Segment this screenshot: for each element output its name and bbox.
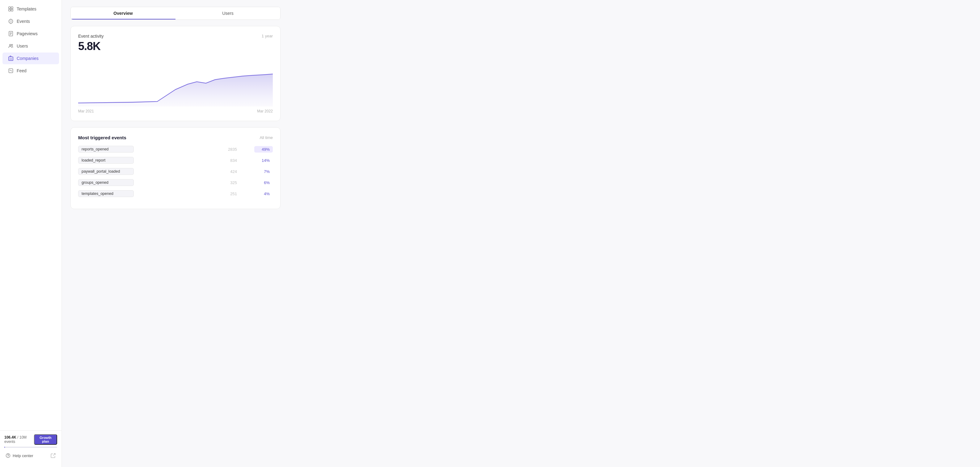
help-icon bbox=[6, 453, 11, 458]
event-percent-3: 6% bbox=[254, 179, 273, 186]
sidebar: Templates Events bbox=[0, 0, 62, 467]
event-percent-4: 4% bbox=[254, 191, 273, 197]
svg-rect-2 bbox=[9, 9, 11, 11]
chart-label-end: Mar 2022 bbox=[257, 109, 273, 113]
most-triggered-period: All time bbox=[259, 135, 273, 140]
event-row-1: loaded_report 834 14% bbox=[78, 157, 273, 164]
event-percent-wrap-1: 14% bbox=[242, 157, 273, 164]
chart-labels: Mar 2021 Mar 2022 bbox=[78, 109, 273, 113]
sidebar-item-users[interactable]: Users bbox=[2, 40, 59, 52]
event-percent-2: 7% bbox=[254, 168, 273, 175]
file-icon bbox=[8, 31, 14, 37]
sidebar-item-label: Pageviews bbox=[17, 31, 38, 36]
tab-users[interactable]: Users bbox=[175, 7, 280, 19]
plan-badge-button[interactable]: Growth plan bbox=[34, 434, 57, 445]
event-percent-1: 14% bbox=[254, 157, 273, 164]
usage-row: 106.4K / 10M events Growth plan bbox=[4, 434, 57, 445]
svg-rect-0 bbox=[9, 7, 11, 9]
most-triggered-title: Most triggered events bbox=[78, 135, 126, 140]
event-count-1: 834 bbox=[218, 158, 237, 163]
event-count-3: 325 bbox=[218, 180, 237, 185]
users-icon bbox=[8, 43, 14, 49]
sidebar-footer: 106.4K / 10M events Growth plan Help cen… bbox=[0, 430, 62, 462]
event-tag-2[interactable]: paywall_portal_loaded bbox=[78, 168, 134, 175]
main-content: Overview Users Event activity 1 year 5.8… bbox=[62, 0, 980, 467]
tabs-container: Overview Users bbox=[70, 7, 280, 20]
event-activity-title: Event activity bbox=[78, 34, 103, 39]
building-icon bbox=[8, 56, 14, 61]
event-activity-chart bbox=[78, 58, 273, 107]
event-activity-value: 5.8K bbox=[78, 40, 273, 53]
event-tag-0[interactable]: reports_opened bbox=[78, 146, 134, 152]
event-percent-wrap-4: 4% bbox=[242, 191, 273, 197]
svg-point-5 bbox=[10, 21, 12, 22]
sidebar-item-label: Users bbox=[17, 44, 28, 49]
svg-rect-1 bbox=[11, 7, 13, 9]
star-icon bbox=[8, 19, 14, 24]
most-triggered-header: Most triggered events All time bbox=[78, 135, 273, 140]
help-row: Help center bbox=[4, 451, 57, 458]
sidebar-item-feed[interactable]: Feed bbox=[2, 65, 59, 76]
usage-bar-fill bbox=[4, 446, 5, 448]
feed-icon bbox=[8, 68, 14, 73]
usage-bar bbox=[4, 446, 57, 448]
chart-label-start: Mar 2021 bbox=[78, 109, 94, 113]
external-link-icon[interactable] bbox=[50, 453, 56, 458]
event-activity-period: 1 year bbox=[262, 34, 273, 38]
event-percent-wrap-0: 49% bbox=[242, 146, 273, 152]
event-count-2: 424 bbox=[218, 169, 237, 174]
svg-point-13 bbox=[11, 44, 13, 46]
most-triggered-card: Most triggered events All time reports_o… bbox=[70, 127, 280, 209]
sidebar-item-pageviews[interactable]: Pageviews bbox=[2, 28, 59, 40]
event-row-2: paywall_portal_loaded 424 7% bbox=[78, 168, 273, 175]
event-row-4: templates_opened 251 4% bbox=[78, 190, 273, 197]
sidebar-nav: Templates Events bbox=[0, 0, 62, 430]
event-tag-3[interactable]: groups_opened bbox=[78, 179, 134, 186]
event-percent-wrap-3: 6% bbox=[242, 179, 273, 186]
tab-overview[interactable]: Overview bbox=[71, 7, 175, 19]
event-activity-card: Event activity 1 year 5.8K Mar 2021 Mar … bbox=[70, 26, 280, 121]
sidebar-item-label: Templates bbox=[17, 6, 37, 11]
sidebar-item-label: Events bbox=[17, 19, 30, 24]
sidebar-item-events[interactable]: Events bbox=[2, 16, 59, 27]
event-tag-4[interactable]: templates_opened bbox=[78, 190, 134, 197]
sidebar-item-label: Feed bbox=[17, 68, 27, 73]
sidebar-item-label: Companies bbox=[17, 56, 39, 61]
event-activity-header: Event activity 1 year bbox=[78, 34, 273, 39]
grid-icon bbox=[8, 6, 14, 12]
svg-point-12 bbox=[10, 44, 11, 46]
event-count-0: 2835 bbox=[218, 147, 237, 152]
event-row-3: groups_opened 325 6% bbox=[78, 179, 273, 186]
usage-text: 106.4K / 10M events bbox=[4, 435, 34, 444]
event-percent-0: 49% bbox=[254, 146, 273, 152]
event-count-4: 251 bbox=[218, 192, 237, 196]
event-percent-wrap-2: 7% bbox=[242, 168, 273, 175]
event-row-0: reports_opened 2835 49% bbox=[78, 146, 273, 152]
sidebar-item-templates[interactable]: Templates bbox=[2, 3, 59, 15]
help-center-link[interactable]: Help center bbox=[6, 453, 33, 458]
event-tag-1[interactable]: loaded_report bbox=[78, 157, 134, 164]
svg-rect-3 bbox=[11, 9, 13, 11]
svg-point-23 bbox=[8, 457, 8, 457]
sidebar-item-companies[interactable]: Companies bbox=[2, 52, 59, 64]
svg-point-4 bbox=[9, 19, 13, 24]
